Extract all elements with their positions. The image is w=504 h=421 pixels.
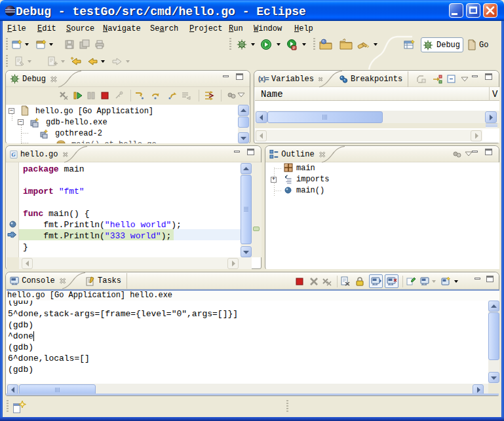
- svg-text:G: G: [11, 151, 16, 158]
